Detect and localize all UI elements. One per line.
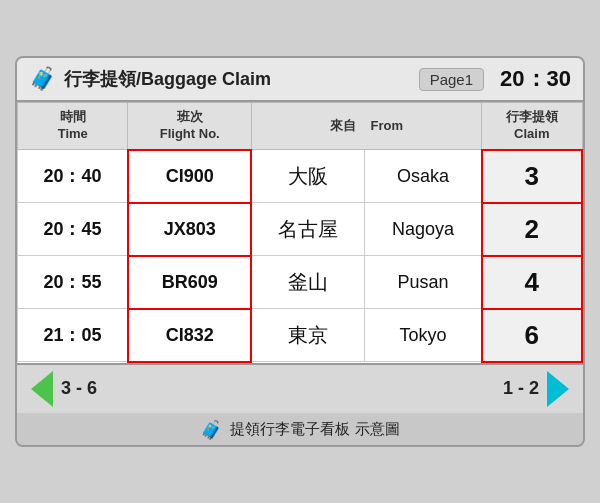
col-time: 時間Time: [18, 103, 128, 150]
col-flight: 班次Flight No.: [128, 103, 252, 150]
right-range: 1 - 2: [503, 378, 539, 399]
baggage-icon: 🧳: [29, 66, 56, 92]
header: 🧳 行李提領/Baggage Claim Page1 20：30: [17, 58, 583, 102]
caption-bar: 🧳 提領行李電子看板 示意圖: [17, 413, 583, 445]
table-row: 20：45 JX803 名古屋 Nagoya 2: [18, 203, 583, 256]
left-range: 3 - 6: [61, 378, 97, 399]
header-title: 行李提領/Baggage Claim: [64, 67, 271, 91]
caption-text: 提領行李電子看板 示意圖: [230, 420, 399, 439]
cell-flight-1: JX803: [128, 203, 252, 256]
table-row: 20：40 CI900 大阪 Osaka 3: [18, 150, 583, 203]
cell-from-en-3: Tokyo: [365, 309, 482, 362]
header-left: 🧳 行李提領/Baggage Claim: [29, 66, 271, 92]
cell-from-zh-3: 東京: [251, 309, 364, 362]
cell-flight-3: CI832: [128, 309, 252, 362]
cell-claim-1: 2: [482, 203, 582, 256]
main-container: 🧳 行李提領/Baggage Claim Page1 20：30 時間Time …: [15, 56, 585, 447]
table-row: 20：55 BR609 釜山 Pusan 4: [18, 256, 583, 309]
cell-from-en-0: Osaka: [365, 150, 482, 203]
caption-icon: 🧳: [200, 419, 222, 441]
cell-time-0: 20：40: [18, 150, 128, 203]
footer-bar: 3 - 6 1 - 2: [17, 363, 583, 413]
col-claim: 行李提領Claim: [482, 103, 582, 150]
cell-claim-3: 6: [482, 309, 582, 362]
flight-table: 時間Time 班次Flight No. 來自 From 行李提領Claim 20…: [17, 102, 583, 363]
cell-flight-2: BR609: [128, 256, 252, 309]
cell-from-en-2: Pusan: [365, 256, 482, 309]
cell-from-zh-0: 大阪: [251, 150, 364, 203]
arrow-left-icon: [31, 371, 53, 407]
cell-claim-2: 4: [482, 256, 582, 309]
table-row: 21：05 CI832 東京 Tokyo 6: [18, 309, 583, 362]
cell-time-3: 21：05: [18, 309, 128, 362]
cell-claim-0: 3: [482, 150, 582, 203]
arrow-right-icon: [547, 371, 569, 407]
cell-from-en-1: Nagoya: [365, 203, 482, 256]
cell-time-1: 20：45: [18, 203, 128, 256]
header-right: Page1 20：30: [419, 64, 571, 94]
cell-from-zh-1: 名古屋: [251, 203, 364, 256]
col-from: 來自 From: [251, 103, 481, 150]
table-header-row: 時間Time 班次Flight No. 來自 From 行李提領Claim: [18, 103, 583, 150]
page-badge: Page1: [419, 68, 484, 91]
cell-from-zh-2: 釜山: [251, 256, 364, 309]
flight-table-container: 時間Time 班次Flight No. 來自 From 行李提領Claim 20…: [17, 102, 583, 363]
cell-time-2: 20：55: [18, 256, 128, 309]
footer-left: 3 - 6: [31, 371, 97, 407]
cell-flight-0: CI900: [128, 150, 252, 203]
footer-right: 1 - 2: [503, 371, 569, 407]
clock-display: 20：30: [500, 64, 571, 94]
